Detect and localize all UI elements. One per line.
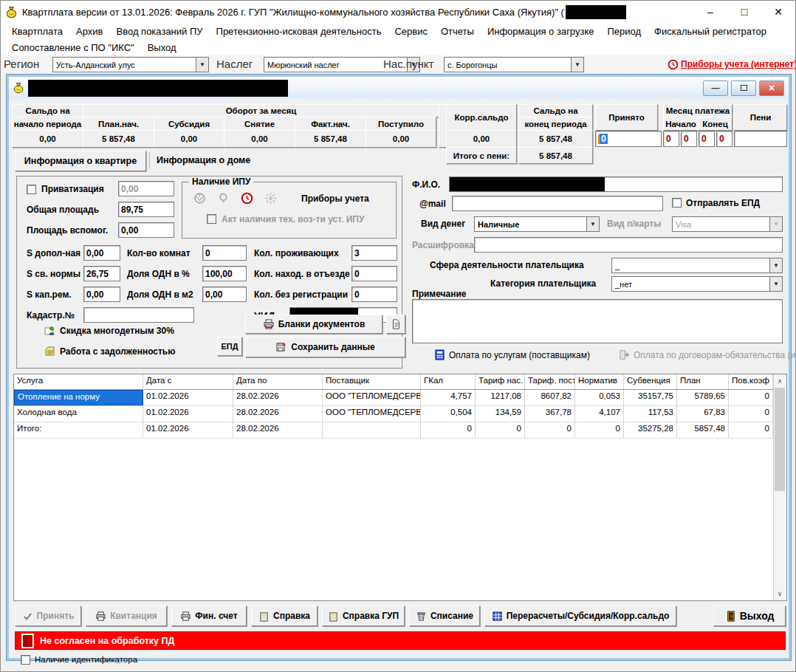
total-area-input[interactable]: 89,75 (118, 202, 174, 217)
peni-input[interactable] (734, 131, 787, 147)
menu2-item-0[interactable]: Сопоставление с ПО "ИКС" (5, 41, 141, 55)
chevron-down-icon[interactable]: ▼ (586, 217, 599, 231)
unregistered-label: Кол. без регистрации (254, 289, 348, 300)
odn-pct-input[interactable]: 100,00 (202, 266, 247, 281)
table-col-6[interactable]: Тариф. пост (525, 374, 575, 389)
table-col-9[interactable]: План (677, 374, 729, 389)
rooms-input[interactable]: 0 (202, 245, 247, 261)
footer-button-1: Квитанция (86, 606, 167, 626)
s-kap-input[interactable]: 0,00 (83, 287, 120, 302)
footer-button-2[interactable]: Фин. счет (171, 606, 247, 626)
footer-button-5[interactable]: Списание (409, 606, 480, 626)
footer-button-0: Принять (15, 606, 81, 626)
s-norm-input[interactable]: 26,75 (83, 266, 120, 281)
footer-button-4[interactable]: Справка ГУП (322, 606, 405, 626)
sphere-select[interactable]: _ ▼ (611, 258, 783, 273)
table-row[interactable]: Холодная вода01.02.202628.02.2026ООО "ТЕ… (14, 406, 786, 422)
table-col-3[interactable]: Поставщик (323, 374, 421, 389)
chevron-down-icon[interactable]: ▼ (769, 258, 782, 272)
consent-checkbox[interactable] (21, 634, 34, 648)
table-col-7[interactable]: Норматив (575, 374, 624, 389)
table-row[interactable]: Итого:01.02.202628.02.2026000035275,2858… (14, 422, 786, 439)
debt-link-label: Работа с задолженностью (60, 346, 175, 357)
menu-item-6[interactable]: Информация о загрузке (481, 24, 601, 38)
debt-link[interactable]: Работа с задолженностью (44, 346, 175, 357)
note-textarea[interactable] (412, 299, 783, 343)
region-select[interactable]: Усть-Алданский улус ▼ (52, 57, 209, 72)
residents-input[interactable]: 3 (351, 245, 397, 261)
chevron-down-icon[interactable]: ▼ (769, 277, 782, 291)
s-dop-label: S допол-ная (27, 248, 80, 258)
child-minimize-button[interactable]: — (703, 80, 728, 96)
privatization-checkbox[interactable] (27, 185, 36, 194)
cadastre-input[interactable] (83, 307, 194, 323)
pay-services-link[interactable]: Оплата по услугам (поставщикам) (434, 349, 590, 360)
tab-divider (149, 152, 150, 168)
scroll-thumb[interactable] (775, 388, 785, 491)
save-button[interactable]: Сохранить данные (245, 337, 405, 357)
menu2-item-1[interactable]: Выход (141, 41, 183, 55)
region-value: Усть-Алданский улус (53, 61, 196, 69)
tab-house-info[interactable]: Информация о доме (157, 151, 250, 170)
child-close-button[interactable]: ✕ (759, 80, 784, 96)
menu-item-0[interactable]: Квартплата (5, 24, 69, 38)
document-button[interactable] (386, 315, 405, 334)
maximize-button[interactable]: □ (727, 1, 761, 23)
table-cell: 0,504 (421, 406, 476, 422)
month-value-input-0[interactable]: 0 (663, 131, 679, 147)
month-value-input-2[interactable]: 0 (699, 131, 715, 147)
document-icon (391, 319, 401, 329)
epd-button[interactable]: ЕПД (217, 337, 242, 356)
meters-internet-link[interactable]: Приборы учета (интернет) (681, 59, 796, 69)
aux-area-input[interactable]: 0,00 (118, 222, 174, 238)
odn-m2-input[interactable]: 0,00 (202, 287, 247, 302)
scroll-down-icon[interactable]: ∨ (774, 588, 786, 600)
footer-button-6[interactable]: Перерасчеты/Субсидия/Корр.сальдо (484, 606, 676, 626)
menu-item-1[interactable]: Архив (69, 24, 109, 38)
menu-item-4[interactable]: Сервис (388, 24, 434, 38)
s-dop-input[interactable]: 0,00 (83, 245, 120, 261)
blanks-button[interactable]: Бланки документов (245, 315, 382, 334)
decode-label: Расшифровка (412, 240, 474, 250)
close-button[interactable]: ✕ (761, 1, 795, 23)
send-epd-checkbox[interactable] (672, 198, 682, 208)
menu-item-7[interactable]: Период (600, 24, 648, 38)
table-col-4[interactable]: ГКал (421, 374, 476, 389)
category-select[interactable]: _нет ▼ (611, 276, 783, 292)
money-kind-select[interactable]: Наличные ▼ (474, 216, 600, 232)
menu-item-8[interactable]: Фискальный регистратор (648, 24, 773, 38)
month-value-input-1[interactable]: 0 (681, 131, 697, 147)
fio-input[interactable] (449, 176, 783, 192)
footer-button-label: Выход (740, 610, 775, 622)
unregistered-input[interactable]: 0 (351, 287, 397, 302)
child-restore-button[interactable] (731, 80, 756, 96)
chevron-down-icon[interactable]: ▼ (196, 58, 208, 72)
away-input[interactable]: 0 (351, 266, 397, 281)
discount-link[interactable]: Скидка многодетным 30% (44, 325, 174, 337)
footer-button-7[interactable]: Выход (713, 606, 786, 626)
prinyato-input[interactable]: 0 (595, 131, 662, 147)
table-col-2[interactable]: Дата по (233, 374, 323, 389)
chevron-down-icon[interactable]: ▼ (571, 58, 583, 72)
scroll-up-icon[interactable]: ∧ (774, 375, 786, 387)
menu-item-2[interactable]: Ввод показаний ПУ (110, 24, 210, 38)
korr-saldo-label: Корр.сальдо (446, 104, 517, 131)
table-col-8[interactable]: Субвенция (624, 374, 677, 389)
table-col-0[interactable]: Услуга (14, 374, 143, 389)
consent-bar: Не согласен на обработку ПД (15, 631, 786, 650)
sun-icon (264, 192, 277, 205)
menu-item-5[interactable]: Отчеты (434, 24, 481, 38)
table-col-5[interactable]: Тариф нас. (476, 374, 525, 389)
table-col-1[interactable]: Дата с (143, 374, 233, 389)
footer-button-3[interactable]: Справка (251, 606, 318, 626)
table-col-10[interactable]: Пов.коэф (729, 374, 773, 389)
identifier-checkbox[interactable] (21, 655, 30, 665)
month-value-input-3[interactable]: 0 (716, 131, 732, 147)
menu-item-3[interactable]: Претензионно-исковая деятельность (210, 24, 388, 38)
minimize-button[interactable]: – (693, 1, 727, 23)
tab-apartment-info[interactable]: Информация о квартире (15, 151, 146, 171)
table-scrollbar[interactable]: ∧ ∨ (773, 374, 786, 600)
table-row[interactable]: Отопление на норму01.02.202628.02.2026ОО… (14, 390, 786, 406)
settlement-select[interactable]: с. Борогонцы ▼ (444, 57, 584, 72)
mail-input[interactable] (452, 196, 663, 211)
